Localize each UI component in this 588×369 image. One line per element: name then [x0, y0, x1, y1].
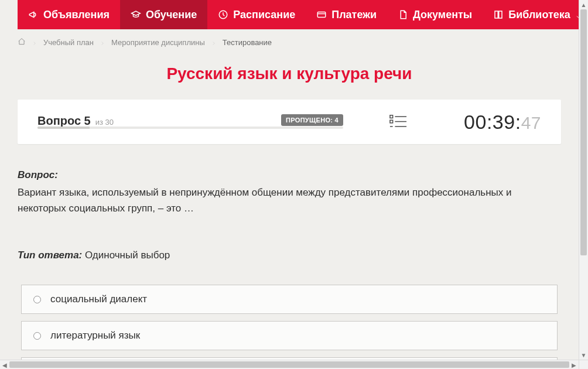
answer-option[interactable]: литературный язык	[21, 321, 558, 350]
status-card: Вопрос 5 из 30 ПРОПУЩЕНО: 4	[18, 100, 561, 144]
nav-label: Документы	[413, 9, 472, 21]
nav-label: Библиотека	[508, 9, 570, 21]
chevron-right-icon	[100, 39, 105, 45]
clock-icon	[218, 9, 228, 20]
nav-label: Расписание	[233, 9, 295, 21]
home-icon[interactable]	[18, 37, 26, 47]
progress-fill	[37, 127, 90, 129]
nav-learning[interactable]: Обучение	[120, 0, 207, 29]
question-list-icon[interactable]	[389, 114, 407, 130]
timer-seconds: 47	[521, 113, 541, 133]
main-nav: Объявления Обучение Расписание Платежи	[18, 0, 579, 29]
scroll-left-arrow-icon[interactable]: ◀	[0, 360, 9, 369]
nav-label: Платежи	[331, 9, 377, 21]
svg-rect-2	[390, 115, 393, 118]
chevron-right-icon	[211, 39, 217, 45]
scroll-thumb[interactable]	[580, 9, 587, 255]
graduation-cap-icon	[131, 9, 141, 20]
scrollbar-corner	[579, 360, 588, 369]
answer-type-label: Тип ответа:	[18, 250, 82, 261]
timer: 00:39:47	[464, 111, 541, 134]
answer-options: социальный диалект литературный язык	[21, 285, 558, 360]
nav-announcements[interactable]: Объявления	[18, 0, 120, 29]
scroll-right-arrow-icon[interactable]: ▶	[569, 360, 579, 369]
question-number-label: Вопрос 5	[37, 114, 91, 128]
scroll-up-arrow-icon[interactable]: ▲	[579, 0, 588, 9]
question-heading: Вопрос:	[18, 168, 561, 183]
scroll-thumb[interactable]	[9, 361, 569, 368]
nav-schedule[interactable]: Расписание	[207, 0, 306, 29]
nav-library[interactable]: Библиотека	[483, 0, 579, 29]
svg-rect-4	[390, 120, 393, 123]
book-icon	[493, 9, 504, 20]
horizontal-scrollbar[interactable]: ◀ ▶	[0, 360, 579, 369]
chevron-right-icon	[32, 39, 37, 45]
option-text: литературный язык	[50, 330, 140, 341]
nav-payments[interactable]: Платежи	[306, 0, 387, 29]
option-text: социальный диалект	[50, 293, 147, 305]
answer-option[interactable]: социальный диалект	[21, 285, 558, 314]
question-of-label: из 30	[95, 118, 114, 127]
nav-label: Объявления	[43, 9, 110, 21]
breadcrumb-link-event[interactable]: Мероприятие дисциплины	[111, 38, 205, 47]
question-block: Вопрос: Вариант языка, используемый в не…	[18, 168, 561, 263]
breadcrumb-current: Тестирование	[223, 38, 272, 47]
vertical-scrollbar[interactable]: ▲ ▼	[579, 0, 588, 360]
progress-bar	[37, 127, 343, 129]
svg-rect-1	[317, 12, 326, 18]
nav-label: Обучение	[146, 9, 197, 21]
scroll-down-arrow-icon[interactable]: ▼	[579, 350, 588, 360]
radio-icon	[33, 332, 41, 340]
breadcrumb: Учебный план Мероприятие дисциплины Тест…	[18, 29, 561, 55]
breadcrumb-link-plan[interactable]: Учебный план	[43, 38, 94, 47]
question-text: Вариант языка, используемый в непринуждё…	[18, 185, 561, 216]
document-icon	[398, 9, 408, 20]
answer-type-value: Одиночный выбор	[82, 250, 170, 261]
nav-documents[interactable]: Документы	[387, 0, 483, 29]
radio-icon	[33, 296, 41, 303]
page-title: Русский язык и культура речи	[0, 64, 579, 83]
timer-main: 00:39:	[464, 111, 521, 134]
skipped-badge: ПРОПУЩЕНО: 4	[281, 114, 343, 126]
megaphone-icon	[28, 9, 39, 20]
card-icon	[316, 9, 327, 20]
